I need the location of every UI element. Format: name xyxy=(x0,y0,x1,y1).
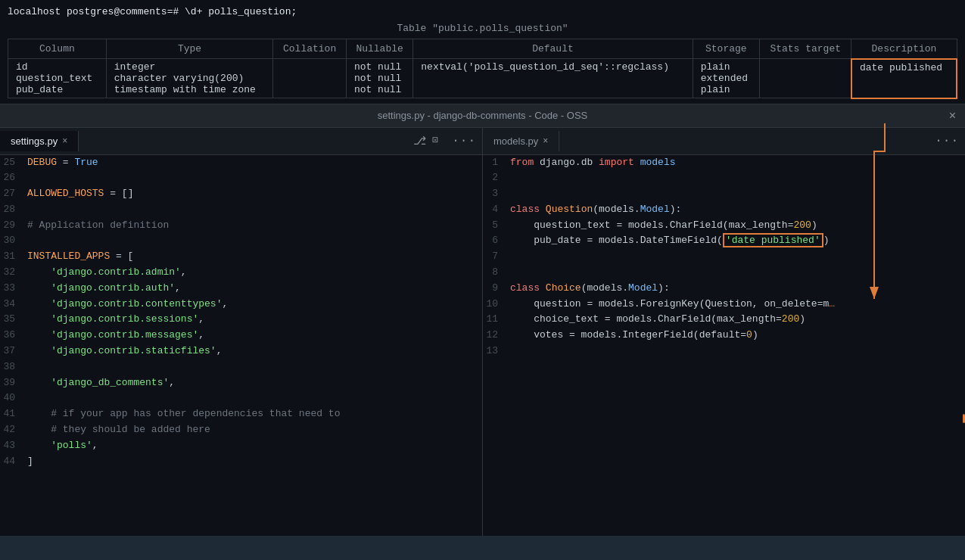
line-num-31: 31 xyxy=(0,249,27,265)
line-num-42: 42 xyxy=(0,422,27,438)
code-line-33: 33 'django.contrib.auth', xyxy=(0,281,482,297)
col-header-collation: Collation xyxy=(273,39,347,59)
terminal-section: localhost postgres@comments=# \d+ polls_… xyxy=(0,0,965,104)
line-code-35: 'django.contrib.sessions', xyxy=(27,312,482,328)
db-table: Column Type Collation Nullable Default S… xyxy=(8,39,957,99)
r-line-code-6: pub_date = models.DateTimeField('date pu… xyxy=(510,233,965,249)
code-line-40: 40 xyxy=(0,390,482,406)
code-line-35: 35 'django.contrib.sessions', xyxy=(0,312,482,328)
line-num-25: 25 xyxy=(0,155,27,171)
line-code-39: 'django_db_comments', xyxy=(27,375,482,391)
r-line-code-13 xyxy=(510,344,965,359)
r-line-num-4: 4 xyxy=(483,202,510,218)
tab-close-settings[interactable]: × xyxy=(62,135,67,146)
cell-type-0: integer character varying(200) timestamp… xyxy=(106,59,273,98)
code-line-43: 43 'polls', xyxy=(0,438,482,454)
popup-title: settings.py - django-db-comments - Code … xyxy=(378,110,587,121)
cell-collation-0 xyxy=(273,59,347,98)
line-num-37: 37 xyxy=(0,344,27,359)
line-num-41: 41 xyxy=(0,406,27,422)
split-icon[interactable]: ⊡ xyxy=(432,134,438,148)
tab-more-left[interactable]: ··· xyxy=(446,134,482,148)
col-header-stats: Stats target xyxy=(760,39,851,59)
tab-close-models[interactable]: × xyxy=(543,135,548,146)
r-code-line-4: 4 class Question(models.Model): xyxy=(483,202,965,218)
r-code-line-2: 2 xyxy=(483,170,965,186)
r-code-line-3: 3 xyxy=(483,186,965,202)
branch-icon[interactable]: ⎇ xyxy=(413,134,426,148)
code-line-31: 31 INSTALLED_APPS = [ xyxy=(0,249,482,265)
tab-models-py[interactable]: models.py × xyxy=(483,131,559,151)
r-code-line-10: 10 question = models.ForeignKey(Question… xyxy=(483,297,965,313)
r-line-num-5: 5 xyxy=(483,218,510,234)
line-code-25: DEBUG = True xyxy=(27,155,482,171)
r-line-num-1: 1 xyxy=(483,155,510,171)
r-line-code-7 xyxy=(510,249,965,265)
code-content-right: 1 from django.db import models 2 3 4 cla… xyxy=(483,155,965,536)
code-line-27: 27 ALLOWED_HOSTS = [] xyxy=(0,186,482,202)
editor-tabs-right: models.py × ··· xyxy=(483,128,965,155)
code-line-29: 29 # Application definition xyxy=(0,218,482,234)
close-button[interactable]: × xyxy=(949,109,956,123)
r-line-num-8: 8 xyxy=(483,265,510,281)
col-header-column: Column xyxy=(8,39,107,59)
line-num-34: 34 xyxy=(0,297,27,313)
code-content-left: 25 DEBUG = True 26 27 ALLOWED_HOSTS = []… xyxy=(0,155,482,536)
tab-more-right[interactable]: ··· xyxy=(929,134,965,148)
code-line-30: 30 xyxy=(0,233,482,249)
line-code-32: 'django.contrib.admin', xyxy=(27,265,482,281)
line-code-38 xyxy=(27,359,482,375)
cell-nullable-0: not null not null not null xyxy=(346,59,412,98)
popup-header: settings.py - django-db-comments - Code … xyxy=(0,104,965,128)
cell-storage-0: plain extended plain xyxy=(693,59,759,98)
r-line-num-10: 10 xyxy=(483,297,510,313)
editor-pane-left: settings.py × ⎇ ⊡ ··· 25 DEBUG = True 26… xyxy=(0,128,483,536)
r-line-code-5: question_text = models.CharField(max_len… xyxy=(510,218,965,234)
terminal-prompt: localhost postgres@comments=# xyxy=(8,6,185,17)
line-num-32: 32 xyxy=(0,265,27,281)
line-num-40: 40 xyxy=(0,390,27,406)
line-code-37: 'django.contrib.staticfiles', xyxy=(27,344,482,359)
line-code-33: 'django.contrib.auth', xyxy=(27,281,482,297)
cell-column-0: id question_text pub_date xyxy=(8,59,107,98)
r-line-code-4: class Question(models.Model): xyxy=(510,202,965,218)
line-num-29: 29 xyxy=(0,218,27,234)
line-code-29: # Application definition xyxy=(27,218,482,234)
line-num-39: 39 xyxy=(0,375,27,391)
col-header-storage: Storage xyxy=(693,39,759,59)
r-code-line-7: 7 xyxy=(483,249,965,265)
r-line-code-9: class Choice(models.Model): xyxy=(510,281,965,297)
line-code-36: 'django.contrib.messages', xyxy=(27,328,482,344)
line-code-41: # if your app has other dependencies tha… xyxy=(27,406,482,422)
line-num-38: 38 xyxy=(0,359,27,375)
col-header-type: Type xyxy=(106,39,273,59)
table-title: Table "public.polls_question" xyxy=(8,20,957,39)
editor-tabs-left: settings.py × ⎇ ⊡ ··· xyxy=(0,128,482,155)
editor-pane-right: models.py × ··· 1 from django.db import … xyxy=(483,128,965,536)
r-code-line-5: 5 question_text = models.CharField(max_l… xyxy=(483,218,965,234)
line-code-34: 'django.contrib.contenttypes', xyxy=(27,297,482,313)
editor-area: settings.py × ⎇ ⊡ ··· 25 DEBUG = True 26… xyxy=(0,128,965,536)
line-num-43: 43 xyxy=(0,438,27,454)
line-code-43: 'polls', xyxy=(27,438,482,454)
line-code-40 xyxy=(27,390,482,406)
r-line-code-10: question = models.ForeignKey(Question, o… xyxy=(510,297,965,313)
line-num-26: 26 xyxy=(0,170,27,186)
r-line-code-12: votes = models.IntegerField(default=0) xyxy=(510,328,965,344)
line-num-33: 33 xyxy=(0,281,27,297)
r-line-code-2 xyxy=(510,170,965,186)
code-line-37: 37 'django.contrib.staticfiles', xyxy=(0,344,482,359)
r-line-num-12: 12 xyxy=(483,328,510,344)
r-line-num-2: 2 xyxy=(483,170,510,186)
r-code-line-12: 12 votes = models.IntegerField(default=0… xyxy=(483,328,965,344)
line-num-44: 44 xyxy=(0,454,27,470)
line-code-28 xyxy=(27,202,482,218)
tab-settings-py[interactable]: settings.py × xyxy=(0,131,79,151)
code-line-34: 34 'django.contrib.contenttypes', xyxy=(0,297,482,313)
r-line-num-3: 3 xyxy=(483,186,510,202)
cell-default-0: nextval('polls_question_id_seq'::regclas… xyxy=(413,59,693,98)
line-code-42: # they should be added here xyxy=(27,422,482,438)
code-line-32: 32 'django.contrib.admin', xyxy=(0,265,482,281)
code-line-41: 41 # if your app has other dependencies … xyxy=(0,406,482,422)
code-line-28: 28 xyxy=(0,202,482,218)
